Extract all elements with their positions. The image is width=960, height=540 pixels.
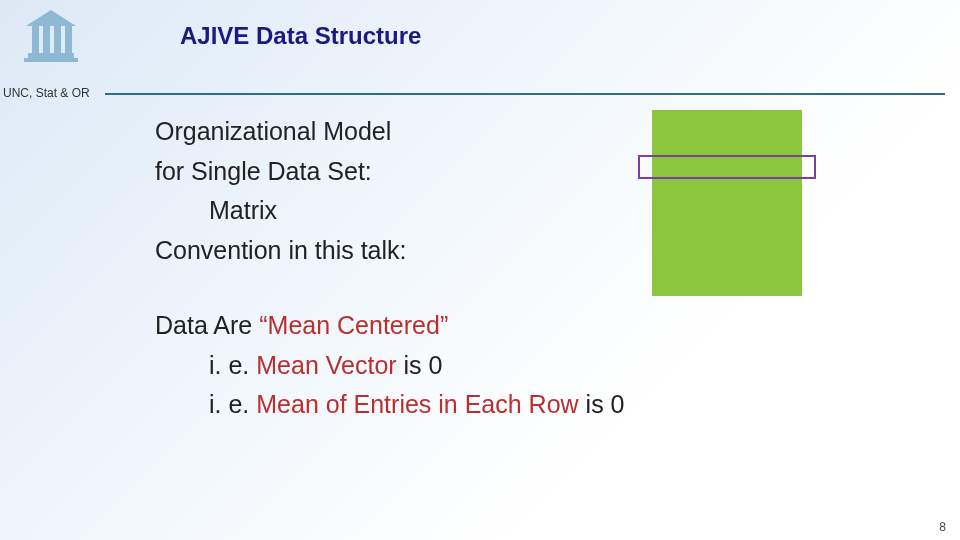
- text: i. e.: [209, 390, 256, 418]
- page-number: 8: [939, 520, 946, 534]
- svg-rect-4: [54, 26, 61, 53]
- slide-title: AJIVE Data Structure: [180, 22, 421, 50]
- body-line-7: i. e. Mean of Entries in Each Row is 0: [155, 385, 895, 425]
- slide-body: Organizational Model for Single Data Set…: [155, 112, 895, 425]
- svg-rect-3: [43, 26, 50, 53]
- body-line-2: for Single Data Set:: [155, 152, 895, 192]
- svg-rect-5: [65, 26, 72, 53]
- body-line-4: Convention in this talk:: [155, 231, 895, 271]
- text: i. e.: [209, 351, 256, 379]
- svg-rect-0: [24, 58, 78, 62]
- affiliation-label: UNC, Stat & OR: [3, 86, 90, 100]
- svg-rect-1: [28, 53, 74, 58]
- body-line-3: Matrix: [155, 191, 895, 231]
- text: is 0: [397, 351, 443, 379]
- body-line-1: Organizational Model: [155, 112, 895, 152]
- highlight-text: Mean Vector: [256, 351, 396, 379]
- highlight-text: Mean of Entries in Each Row: [256, 390, 578, 418]
- svg-rect-2: [32, 26, 39, 53]
- unc-logo: [18, 6, 84, 66]
- highlight-text: “Mean Centered”: [259, 311, 448, 339]
- body-line-6: i. e. Mean Vector is 0: [155, 346, 895, 386]
- title-underline: [105, 93, 945, 95]
- text: is 0: [579, 390, 625, 418]
- text: Data Are: [155, 311, 259, 339]
- body-line-5: Data Are “Mean Centered”: [155, 306, 895, 346]
